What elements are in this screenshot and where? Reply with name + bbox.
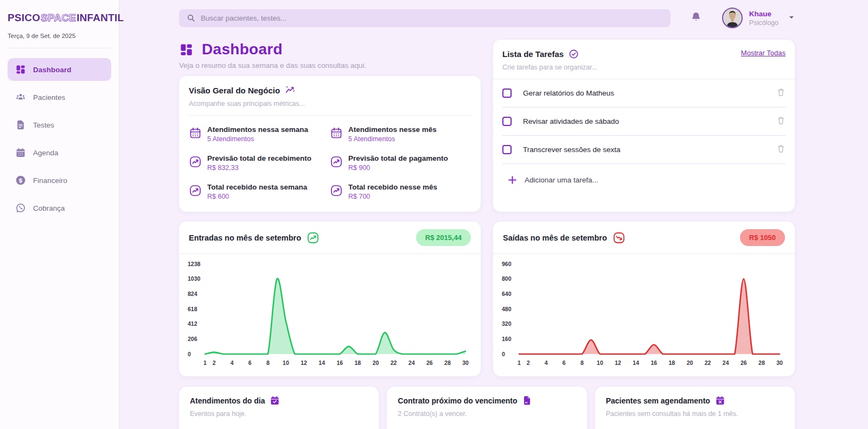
card-title: Contrato próximo do vencimento	[398, 396, 517, 405]
svg-text:18: 18	[355, 359, 361, 366]
logo-part-space: SPACE	[40, 12, 76, 23]
search-bar[interactable]	[179, 9, 671, 27]
dollar-circle-icon: $	[15, 175, 26, 186]
metric-value: R$ 900	[348, 164, 448, 172]
trash-icon[interactable]	[776, 144, 786, 155]
svg-text:480: 480	[502, 306, 512, 312]
right-column: Lista de Tarefas Crie tarefas para se or…	[493, 40, 795, 212]
calendar-x-icon	[715, 395, 725, 406]
app-logo: PSICOSPACEINFANTIL	[8, 12, 111, 24]
svg-text:160: 160	[502, 336, 512, 342]
metric-value: R$ 600	[207, 193, 307, 200]
svg-text:206: 206	[188, 336, 197, 342]
sidebar-item-dashboard[interactable]: Dashboard	[8, 58, 111, 81]
calendar-icon	[330, 127, 343, 140]
tasks-title: Lista de Tarefas	[502, 49, 564, 59]
sidebar-item-cobranca[interactable]: Cobrança	[8, 197, 111, 219]
svg-text:412: 412	[188, 320, 197, 327]
add-task-button[interactable]: Adicionar uma tarefa...	[502, 164, 786, 185]
atendimentos-dia-card[interactable]: Atendimentos do dia Eventos para hoje.	[179, 387, 379, 429]
trend-up-icon	[330, 184, 343, 197]
svg-text:12: 12	[615, 359, 621, 366]
check-circle-icon	[569, 49, 579, 59]
page-title: Dashboard	[202, 41, 283, 58]
task-label: Transcrever sessões de sexta	[523, 146, 765, 154]
notification-bell-icon[interactable]	[691, 11, 701, 24]
calendar-check-icon	[270, 395, 280, 406]
metric-label: Total recebido nesta semana	[207, 183, 307, 191]
show-all-link[interactable]: Mostrar Todas	[741, 49, 786, 57]
entradas-chart: 1238103082461841220601246810121416182022…	[179, 254, 481, 371]
entradas-total-badge: R$ 2015,44	[416, 229, 471, 246]
svg-text:320: 320	[502, 320, 512, 327]
svg-text:2: 2	[527, 359, 530, 366]
task-checkbox[interactable]	[502, 89, 512, 98]
svg-text:0: 0	[188, 351, 191, 357]
trend-up-icon	[189, 155, 202, 168]
topbar: Khaue Psicólogo	[179, 8, 795, 28]
svg-text:28: 28	[444, 359, 451, 366]
task-checkbox[interactable]	[502, 145, 512, 154]
svg-text:18: 18	[669, 359, 675, 366]
card-title: Pacientes sem agendamento	[606, 396, 710, 405]
sidebar-item-label: Cobrança	[33, 204, 65, 212]
trend-up-icon	[307, 231, 320, 244]
chevron-down-icon[interactable]	[788, 13, 795, 23]
saidas-title: Saídas no mês de setembro	[503, 234, 607, 242]
svg-text:6: 6	[563, 359, 566, 366]
metric-atendimentos-mes: Atendimentos nesse mês 5 Atendimentos	[330, 125, 471, 143]
svg-text:12: 12	[301, 359, 307, 366]
user-name: Khaue	[749, 10, 778, 18]
plus-icon	[507, 175, 518, 185]
svg-text:24: 24	[723, 359, 729, 366]
contrato-vencimento-card[interactable]: Contrato próximo do vencimento 2 Contrat…	[387, 387, 586, 429]
whatsapp-icon	[15, 203, 26, 213]
sidebar-item-testes[interactable]: Testes	[8, 113, 111, 136]
user-role: Psicólogo	[749, 19, 778, 27]
svg-text:4: 4	[545, 359, 548, 366]
sidebar-item-label: Pacientes	[33, 93, 65, 102]
metric-previsao-recebimento: Previsão total de recebimento R$ 832,33	[189, 154, 330, 172]
calendar-icon	[15, 147, 26, 158]
metric-total-recebido-mes: Total recebido nesse mês R$ 700	[330, 183, 471, 200]
saidas-card: Saídas no mês de setembro R$ 1050 960800…	[493, 222, 795, 376]
search-input[interactable]	[201, 14, 663, 22]
user-profile[interactable]: Khaue Psicólogo	[722, 8, 795, 28]
svg-text:10: 10	[283, 359, 289, 366]
trash-icon[interactable]	[776, 87, 786, 99]
svg-text:1: 1	[203, 359, 207, 366]
tasks-card: Lista de Tarefas Crie tarefas para se or…	[493, 40, 795, 212]
task-list: Gerar relatórios do Matheus Revisar ativ…	[493, 79, 795, 185]
svg-text:20: 20	[687, 359, 693, 366]
svg-text:26: 26	[741, 359, 747, 366]
svg-text:30: 30	[776, 359, 783, 366]
document-icon	[15, 119, 26, 130]
task-checkbox[interactable]	[502, 117, 512, 126]
svg-text:2: 2	[213, 359, 216, 366]
metric-atendimentos-semana: Atendimentos nessa semana 5 Atendimentos	[189, 125, 330, 143]
svg-text:24: 24	[409, 359, 415, 366]
metric-total-recebido-semana: Total recebido nesta semana R$ 600	[189, 183, 330, 200]
current-date: Terça, 9 de Set. de 2025	[8, 33, 111, 48]
logo-part-psico: PSICO	[8, 12, 40, 23]
logo-part-infantil: INFANTIL	[76, 12, 124, 23]
svg-text:$: $	[18, 177, 23, 184]
sidebar-nav: Dashboard Pacientes Testes Agenda $ Fina…	[8, 58, 111, 219]
avatar	[722, 8, 743, 28]
pacientes-sem-agendamento-card[interactable]: Pacientes sem agendamento Pacientes sem …	[595, 387, 795, 429]
svg-text:1030: 1030	[188, 275, 201, 282]
svg-text:0: 0	[502, 351, 505, 357]
trend-up-icon	[330, 155, 343, 168]
sidebar: PSICOSPACEINFANTIL Terça, 9 de Set. de 2…	[0, 0, 119, 429]
sidebar-item-label: Agenda	[33, 149, 59, 157]
entradas-card: Entradas no mês de setembro R$ 2015,44 1…	[179, 222, 481, 376]
sidebar-item-agenda[interactable]: Agenda	[8, 141, 111, 164]
saidas-chart: 9608006404803201600124681012141618202224…	[493, 254, 795, 371]
trash-icon[interactable]	[776, 116, 786, 127]
svg-text:20: 20	[373, 359, 379, 366]
metric-value: R$ 832,33	[207, 164, 311, 172]
card-subtitle: Eventos para hoje.	[190, 410, 368, 418]
sidebar-item-financeiro[interactable]: $ Financeiro	[8, 169, 111, 192]
sidebar-item-pacientes[interactable]: Pacientes	[8, 86, 111, 109]
svg-text:16: 16	[650, 359, 657, 366]
